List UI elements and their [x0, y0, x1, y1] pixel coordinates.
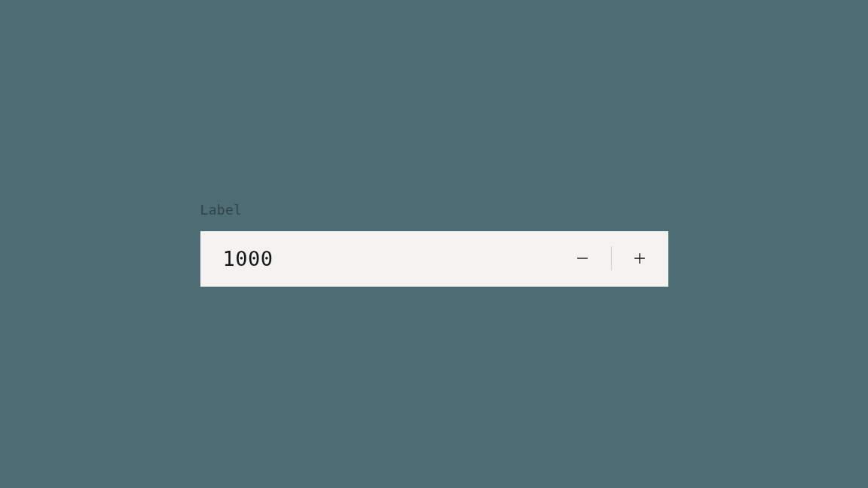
svg-rect-0	[577, 258, 588, 259]
add-icon	[631, 250, 648, 267]
decrement-button[interactable]	[554, 231, 611, 286]
subtract-icon	[574, 250, 591, 267]
number-input-group: Label	[200, 201, 668, 286]
number-input[interactable]	[223, 247, 554, 270]
increment-button[interactable]	[611, 231, 668, 286]
number-stepper	[200, 231, 668, 287]
number-input-label: Label	[200, 201, 668, 218]
